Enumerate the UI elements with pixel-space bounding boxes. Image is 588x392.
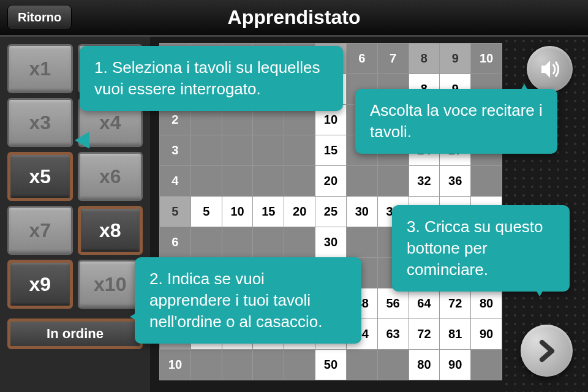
cell: 30 bbox=[346, 197, 377, 227]
row-header: 10 bbox=[160, 350, 191, 380]
cell: 12 bbox=[284, 135, 315, 166]
cell: 4 bbox=[190, 166, 222, 197]
col-header: 8 bbox=[409, 43, 440, 74]
sound-button[interactable] bbox=[527, 46, 573, 92]
cell: 30 bbox=[253, 350, 284, 380]
cell: 70 bbox=[377, 350, 409, 380]
row-header: 3 bbox=[160, 135, 191, 166]
table-button-7[interactable]: x7 bbox=[7, 206, 73, 255]
tooltip-select-tables: 1. Seleziona i tavoli su lequelles vuoi … bbox=[80, 46, 343, 111]
cell: 24 bbox=[346, 166, 377, 197]
cell: 40 bbox=[471, 166, 502, 197]
cell: 20 bbox=[315, 166, 347, 197]
row-header: 6 bbox=[160, 227, 191, 258]
cell: 15 bbox=[315, 135, 347, 166]
cell: 15 bbox=[253, 197, 284, 227]
cell: 56 bbox=[377, 288, 409, 319]
tooltip-order: 2. Indica se vuoi apprendere i tuoi tavo… bbox=[135, 257, 361, 344]
cell: 100 bbox=[471, 350, 502, 380]
table-button-10[interactable]: x10 bbox=[78, 260, 143, 309]
cell: 10 bbox=[190, 350, 222, 380]
table-button-6[interactable]: x6 bbox=[78, 152, 143, 201]
cell: 18 bbox=[253, 227, 284, 258]
cell: 6 bbox=[190, 227, 222, 258]
cell: 60 bbox=[346, 350, 377, 380]
cell: 24 bbox=[284, 227, 315, 258]
back-button[interactable]: Ritorno bbox=[7, 5, 72, 30]
chevron-right-icon bbox=[535, 339, 559, 363]
row-header: 5 bbox=[160, 197, 191, 227]
cell: 81 bbox=[440, 319, 471, 350]
cell: 8 bbox=[222, 166, 253, 197]
cell: 3 bbox=[190, 135, 222, 166]
cell: 12 bbox=[222, 227, 253, 258]
cell: 50 bbox=[315, 350, 347, 380]
page-title: Apprendistato bbox=[228, 6, 361, 29]
cell: 36 bbox=[346, 227, 377, 258]
col-header: 9 bbox=[440, 43, 471, 74]
cell: 72 bbox=[409, 319, 440, 350]
row-header: 4 bbox=[160, 166, 191, 197]
cell: 6 bbox=[222, 135, 253, 166]
col-header: 6 bbox=[346, 43, 377, 74]
cell: 72 bbox=[440, 288, 471, 319]
cell: 32 bbox=[409, 166, 440, 197]
start-button[interactable] bbox=[521, 325, 573, 377]
cell: 25 bbox=[315, 197, 347, 227]
table-button-1[interactable]: x1 bbox=[7, 44, 73, 93]
col-header: 10 bbox=[471, 43, 502, 74]
cell: 40 bbox=[284, 350, 315, 380]
speaker-icon bbox=[537, 56, 564, 83]
cell: 10 bbox=[222, 197, 253, 227]
cell: 64 bbox=[409, 288, 440, 319]
cell: 90 bbox=[440, 350, 471, 380]
table-button-8[interactable]: x8 bbox=[78, 206, 143, 255]
cell: 28 bbox=[377, 166, 409, 197]
cell: 16 bbox=[284, 166, 315, 197]
table-button-3[interactable]: x3 bbox=[7, 98, 73, 147]
cell: 90 bbox=[471, 319, 502, 350]
main: x1x2x3x4x5x6x7x8x9x10 In ordine 12345678… bbox=[0, 37, 588, 392]
header: Ritorno Apprendistato bbox=[0, 0, 588, 37]
cell: 30 bbox=[315, 227, 347, 258]
tooltip-listen: Ascolta la voce recitare i tavoli. bbox=[355, 89, 557, 154]
cell: 80 bbox=[471, 288, 502, 319]
cell: 5 bbox=[190, 197, 222, 227]
cell: 12 bbox=[253, 166, 284, 197]
cell: 63 bbox=[377, 319, 409, 350]
cell: 20 bbox=[284, 197, 315, 227]
col-header: 7 bbox=[377, 43, 409, 74]
cell: 20 bbox=[222, 350, 253, 380]
table-button-5[interactable]: x5 bbox=[7, 152, 73, 201]
table-button-9[interactable]: x9 bbox=[7, 260, 73, 309]
cell: 80 bbox=[409, 350, 440, 380]
tooltip-start: 3. Cricca su questo bottone per comincia… bbox=[392, 205, 570, 292]
cell: 9 bbox=[253, 135, 284, 166]
cell: 36 bbox=[440, 166, 471, 197]
